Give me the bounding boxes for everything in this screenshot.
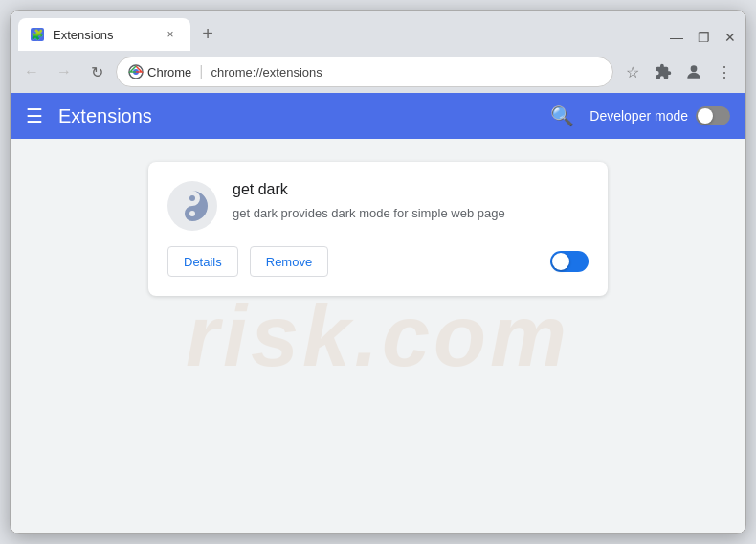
developer-mode-toggle[interactable] (696, 106, 730, 125)
toolbar: ← → ↻ Chrome | chrome://extensions ☆ (11, 51, 745, 93)
extension-icon (167, 181, 217, 231)
page-content: risk.com get dark get dark provides dark… (11, 139, 745, 533)
remove-button[interactable]: Remove (250, 246, 328, 277)
extensions-page-title: Extensions (58, 105, 550, 127)
dev-mode-label: Developer mode (589, 108, 688, 124)
extension-description: get dark provides dark mode for simple w… (233, 204, 589, 223)
svg-text:🧩: 🧩 (31, 28, 44, 41)
svg-point-4 (691, 65, 698, 72)
title-bar: 🧩 Extensions × + — ❐ ✕ (11, 11, 745, 51)
details-button[interactable]: Details (167, 246, 238, 277)
extension-header: get dark get dark provides dark mode for… (167, 181, 589, 231)
extension-info: get dark get dark provides dark mode for… (233, 181, 589, 223)
profile-icon (684, 62, 703, 81)
tab-close-button[interactable]: × (162, 26, 179, 43)
chrome-lock-icon (128, 64, 144, 79)
extension-name: get dark (233, 181, 589, 198)
close-button[interactable]: ✕ (723, 30, 738, 45)
extension-toggle-knob (552, 253, 569, 270)
maximize-button[interactable]: ❐ (696, 30, 711, 45)
bookmark-button[interactable]: ☆ (619, 58, 646, 85)
tab-favicon-icon: 🧩 (30, 27, 45, 42)
back-button[interactable]: ← (18, 58, 45, 85)
extension-footer: Details Remove (167, 246, 589, 277)
profile-button[interactable] (680, 58, 707, 85)
header-search-button[interactable]: 🔍 (550, 104, 574, 127)
hamburger-menu-button[interactable]: ☰ (26, 104, 43, 127)
address-url: chrome://extensions (211, 65, 601, 79)
extension-card: get dark get dark provides dark mode for… (148, 162, 608, 296)
extensions-header: ☰ Extensions 🔍 Developer mode (11, 93, 745, 139)
new-tab-button[interactable]: + (194, 20, 221, 47)
tab-label: Extensions (53, 28, 154, 42)
extension-enable-toggle[interactable] (550, 251, 589, 272)
window-controls: — ❐ ✕ (669, 30, 738, 51)
extensions-toolbar-button[interactable] (650, 58, 677, 85)
get-dark-extension-icon (167, 181, 217, 231)
svg-point-6 (189, 195, 195, 201)
toolbar-actions: ☆ ⋮ (619, 58, 738, 85)
svg-point-7 (189, 211, 195, 216)
reload-button[interactable]: ↻ (83, 58, 110, 85)
menu-button[interactable]: ⋮ (711, 58, 738, 85)
address-separator: | (199, 63, 203, 80)
puzzle-icon (655, 63, 672, 80)
address-bar[interactable]: Chrome | chrome://extensions (116, 57, 613, 87)
browser-window: 🧩 Extensions × + — ❐ ✕ ← → ↻ C (10, 10, 746, 534)
forward-button[interactable]: → (51, 58, 78, 85)
active-tab[interactable]: 🧩 Extensions × (18, 18, 190, 51)
toggle-knob (698, 108, 713, 124)
minimize-button[interactable]: — (669, 30, 684, 45)
chrome-badge: Chrome (128, 64, 191, 79)
chrome-label: Chrome (147, 65, 191, 79)
